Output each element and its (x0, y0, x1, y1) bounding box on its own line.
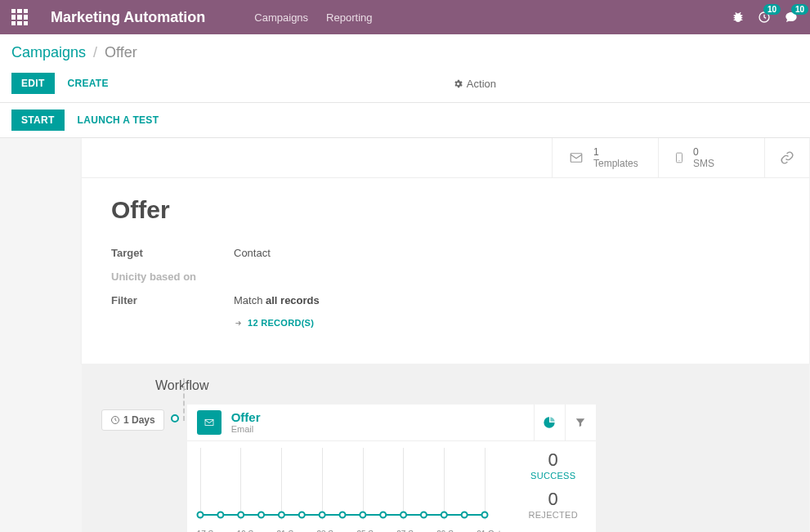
funnel-icon (575, 417, 586, 428)
svg-point-6 (197, 512, 203, 518)
svg-point-18 (441, 512, 446, 518)
success-count: 0 (511, 449, 596, 471)
toolbar: EDIT CREATE Action (0, 68, 810, 103)
svg-point-12 (319, 512, 324, 518)
activity-header[interactable]: Offer Email (187, 405, 534, 440)
svg-point-20 (481, 512, 487, 518)
app-title: Marketing Automation (51, 9, 205, 26)
svg-point-10 (279, 512, 284, 518)
stat-link[interactable] (764, 138, 809, 177)
nav-links: Campaigns Reporting (254, 11, 372, 24)
svg-point-7 (217, 512, 223, 518)
rejected-count: 0 (511, 489, 596, 510)
stat-sms[interactable]: 0 SMS (658, 138, 764, 177)
svg-point-11 (298, 512, 304, 518)
svg-point-17 (421, 512, 427, 518)
delay-badge[interactable]: 1 Days (101, 409, 164, 431)
activity-card: Offer Email (187, 405, 596, 532)
link-icon (780, 150, 794, 165)
records-link[interactable]: 12 RECORD(S) (234, 318, 314, 328)
svg-point-15 (380, 512, 386, 518)
workflow-node (171, 414, 179, 422)
workflow-connector (183, 378, 185, 421)
activity-name: Offer (231, 411, 261, 425)
chat-icon[interactable]: 10 (784, 11, 799, 24)
clock-icon (110, 415, 120, 425)
templates-label: Templates (593, 158, 638, 169)
svg-point-8 (238, 512, 244, 518)
svg-point-16 (401, 512, 406, 518)
statusbar: START LAUNCH A TEST (0, 103, 810, 138)
launch-test-button[interactable]: LAUNCH A TEST (68, 110, 169, 131)
filter-button[interactable] (565, 405, 596, 440)
workflow-title: Workflow (155, 378, 790, 393)
page: 1 Templates 0 SMS Offer (0, 138, 810, 532)
svg-point-14 (360, 512, 365, 518)
chat-badge: 10 (791, 4, 808, 15)
phone-icon (674, 150, 685, 166)
pie-chart-icon (543, 416, 556, 429)
svg-point-9 (258, 512, 264, 518)
nav-reporting[interactable]: Reporting (326, 11, 372, 24)
label-target: Target (111, 247, 234, 259)
activity-icon[interactable]: 10 (758, 11, 771, 24)
edit-button[interactable]: EDIT (11, 73, 55, 94)
value-filter: Match all records (234, 294, 320, 306)
form-sheet: 1 Templates 0 SMS Offer (82, 138, 809, 364)
activity-type: Email (231, 424, 261, 434)
chart-toggle-button[interactable] (534, 405, 565, 440)
label-filter: Filter (111, 294, 234, 306)
record-title: Offer (111, 196, 780, 224)
breadcrumb: Campaigns / Offer (0, 34, 810, 68)
value-target: Contact (234, 247, 271, 259)
svg-point-3 (678, 160, 679, 161)
apps-icon[interactable] (11, 9, 28, 25)
sms-label: SMS (693, 158, 714, 169)
envelope-icon (567, 150, 585, 165)
stat-buttons: 1 Templates 0 SMS (82, 138, 809, 178)
gear-icon (453, 78, 463, 89)
create-button[interactable]: CREATE (58, 73, 119, 94)
success-label: SUCCESS (511, 471, 596, 481)
label-unicity: Unicity based on (111, 270, 234, 283)
action-menu[interactable]: Action (453, 78, 496, 90)
topbar: Marketing Automation Campaigns Reporting… (0, 0, 810, 34)
templates-count: 1 (593, 146, 638, 158)
activity-chart: 17 Sep19 Sep21 Sep23 Sep25 Sep27 Sep29 S… (187, 441, 511, 532)
svg-rect-1 (571, 154, 582, 163)
breadcrumb-parent[interactable]: Campaigns (11, 44, 86, 60)
rejected-label: REJECTED (511, 510, 596, 520)
svg-point-13 (339, 512, 345, 518)
workflow-section: Workflow 1 Days Offer Email (82, 364, 809, 532)
activity-badge: 10 (763, 4, 781, 15)
start-button[interactable]: START (11, 110, 65, 131)
sms-count: 0 (693, 146, 714, 158)
bug-icon[interactable] (732, 11, 745, 24)
nav-campaigns[interactable]: Campaigns (254, 11, 308, 24)
envelope-solid-icon (197, 410, 222, 435)
action-label: Action (467, 78, 496, 90)
breadcrumb-current: Offer (105, 44, 137, 60)
svg-point-19 (461, 512, 467, 518)
stat-templates[interactable]: 1 Templates (552, 138, 658, 177)
